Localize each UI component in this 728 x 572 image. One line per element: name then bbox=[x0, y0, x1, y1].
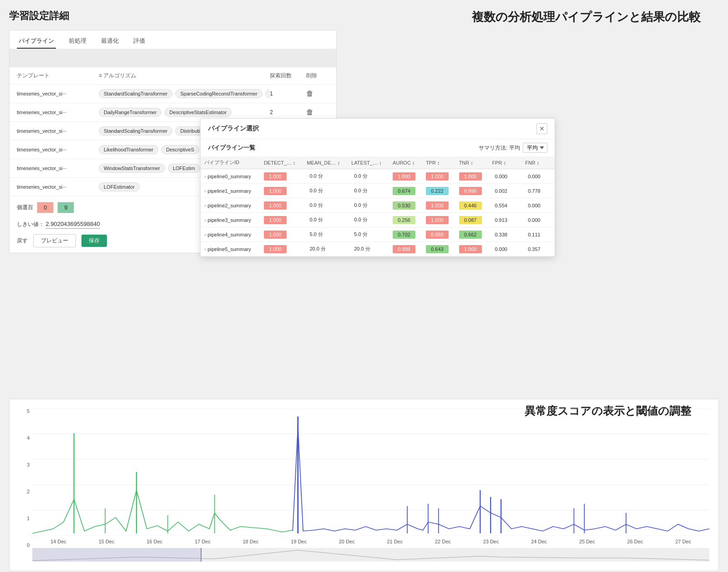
pipeline-cell: 0.0 分 bbox=[303, 184, 348, 198]
col-header-auroc[interactable]: AUROC ↕ bbox=[389, 156, 422, 169]
chart-area: 異常度スコアの表示と閾値の調整 5 4 3 2 1 0 bbox=[9, 399, 719, 571]
pipeline-cell: 0.0 分 bbox=[348, 198, 389, 213]
x-label: 23 Dec bbox=[483, 539, 499, 544]
pipeline-cell: 0.357 bbox=[521, 242, 555, 256]
tab-bar: パイプライン 前処理 最適化 評価 bbox=[10, 30, 336, 49]
col-header-detect[interactable]: DETECT_… ↕ bbox=[260, 156, 303, 169]
pipeline-cell: 20.0 分 bbox=[348, 242, 389, 256]
pipeline-cell: 1.000 bbox=[260, 213, 303, 227]
summary-label: サマリ方法: 平均 bbox=[479, 144, 520, 152]
pipeline-cell: 1.000 bbox=[422, 169, 455, 184]
pipeline-cell: 0.256 bbox=[389, 213, 422, 227]
pipeline-id[interactable]: ›pipeline1_summary bbox=[201, 184, 260, 198]
template-name: timeseries_vector_si··· bbox=[17, 128, 99, 134]
tab-optimization[interactable]: 最適化 bbox=[99, 34, 121, 49]
col-header-tpr[interactable]: TPR ↕ bbox=[422, 156, 455, 169]
y-label-3: 3 bbox=[19, 462, 30, 467]
pipeline-cell: 0.998 bbox=[455, 184, 489, 198]
tab-evaluation[interactable]: 評価 bbox=[131, 34, 147, 49]
mini-chart[interactable] bbox=[32, 548, 709, 562]
algorithm-list: StandardScalingTransformer SparseCodingR… bbox=[99, 89, 270, 98]
pipeline-row[interactable]: ›pipeline4_summary1.0005.0 分5.0 分0.7020.… bbox=[201, 227, 555, 242]
x-label: 21 Dec bbox=[387, 539, 403, 544]
delete-button[interactable]: 🗑 bbox=[306, 90, 329, 98]
pipeline-cell: 1.000 bbox=[260, 169, 303, 184]
pipeline-id[interactable]: ›pipeline2_summary bbox=[201, 198, 260, 213]
pipeline-id[interactable]: ›pipeline0_summary bbox=[201, 169, 260, 184]
algo-tag: Descript bbox=[265, 89, 270, 98]
save-button[interactable]: 保存 bbox=[81, 235, 107, 247]
pipeline-cell: 1.000 bbox=[260, 242, 303, 256]
x-axis-labels: 14 Dec 15 Dec 16 Dec 17 Dec 18 Dec 19 De… bbox=[32, 539, 709, 544]
x-label: 25 Dec bbox=[579, 539, 595, 544]
heading-right: 複数の分析処理パイプラインと結果の比較 bbox=[472, 9, 701, 25]
main-chart bbox=[32, 408, 709, 536]
pipeline-cell: 0.000 bbox=[521, 169, 555, 184]
pipeline-row[interactable]: ›pipeline2_summary1.0000.0 分0.0 分0.5301.… bbox=[201, 198, 555, 213]
pipeline-cell: 5.0 分 bbox=[303, 227, 348, 242]
col-header-meande[interactable]: MEAN_DE… ↕ bbox=[303, 156, 348, 169]
x-label: 17 Dec bbox=[195, 539, 211, 544]
pipeline-cell: 1.000 bbox=[260, 184, 303, 198]
pipeline-cell: 1.000 bbox=[422, 198, 455, 213]
threshold-label: しきい値： bbox=[17, 221, 44, 227]
algorithm-list: DailyRangeTransformer DescriptiveStatsEs… bbox=[99, 108, 270, 117]
y-label-2: 2 bbox=[19, 489, 30, 494]
pipeline-cell: 0.000 bbox=[521, 213, 555, 227]
x-label: 22 Dec bbox=[435, 539, 451, 544]
pipeline-id[interactable]: ›pipeline4_summary bbox=[201, 227, 260, 242]
back-button[interactable]: 戻す bbox=[17, 237, 28, 245]
table-row[interactable]: timeseries_vector_si··· StandardScalingT… bbox=[10, 85, 336, 103]
pipeline-row[interactable]: ›pipeline0_summary1.0000.0 分0.0 分1.0001.… bbox=[201, 169, 555, 184]
threshold-value: 2.902043695598840 bbox=[46, 221, 100, 229]
pipeline-id[interactable]: ›pipeline5_summary bbox=[201, 242, 260, 256]
pipeline-cell: 0.111 bbox=[521, 227, 555, 242]
col-header-fnr[interactable]: FNR ↕ bbox=[521, 156, 555, 169]
pipeline-cell: 1.000 bbox=[260, 198, 303, 213]
pipeline-cell: 0.988 bbox=[389, 242, 422, 256]
pipeline-row[interactable]: ›pipeline1_summary1.0000.0 分0.0 分0.6740.… bbox=[201, 184, 555, 198]
table-header: テンプレート ≡ アルゴリズム 探索回数 削除 bbox=[10, 67, 336, 85]
pipeline-cell: 0.0 分 bbox=[303, 213, 348, 227]
counter-label: 個選百 bbox=[17, 204, 33, 211]
pipeline-comparison-table: パイプラインID DETECT_… ↕ MEAN_DE… ↕ LATEST_… … bbox=[201, 156, 555, 256]
y-label-1: 1 bbox=[19, 516, 30, 521]
count-value: 2 bbox=[270, 109, 306, 115]
template-name: timeseries_vector_si··· bbox=[17, 166, 99, 171]
tab-preprocessing[interactable]: 前処理 bbox=[67, 34, 88, 49]
algo-tag: StandardScalingTransformer bbox=[99, 89, 172, 98]
x-label: 16 Dec bbox=[147, 539, 162, 544]
pipeline-cell: 0.222 bbox=[422, 184, 455, 198]
x-label: 27 Dec bbox=[675, 539, 691, 544]
x-label: 26 Dec bbox=[627, 539, 643, 544]
summary-select[interactable]: 平均 最大 最小 bbox=[523, 143, 547, 153]
preview-button[interactable]: プレビュー bbox=[33, 234, 76, 247]
y-label-0: 0 bbox=[19, 542, 30, 548]
delete-button[interactable]: 🗑 bbox=[306, 108, 329, 116]
pipeline-cell: 0.0 分 bbox=[348, 169, 389, 184]
algo-tag: StandardScalingTransformer bbox=[99, 126, 172, 135]
pipeline-cell: 0.0 分 bbox=[348, 213, 389, 227]
pipeline-id[interactable]: ›pipeline3_summary bbox=[201, 213, 260, 227]
pipeline-cell: 1.000 bbox=[260, 227, 303, 242]
col-header-tnr[interactable]: TNR ↕ bbox=[455, 156, 489, 169]
pipeline-cell: 0.0 分 bbox=[348, 184, 389, 198]
pipeline-cell: 0.000 bbox=[521, 198, 555, 213]
pipeline-row[interactable]: ›pipeline5_summary1.00020.0 分20.0 分0.988… bbox=[201, 242, 555, 256]
header-algorithm: ≡ アルゴリズム bbox=[99, 72, 270, 80]
pipeline-row[interactable]: ›pipeline3_summary1.0000.0 分0.0 分0.2561.… bbox=[201, 213, 555, 227]
algo-tag: DescriptiveS bbox=[161, 145, 199, 154]
col-header-fpr[interactable]: FPR ↕ bbox=[488, 156, 521, 169]
close-button[interactable]: × bbox=[536, 123, 547, 134]
pipeline-cell: 0.000 bbox=[488, 242, 521, 256]
pipeline-cell: 5.0 分 bbox=[348, 227, 389, 242]
x-label: 18 Dec bbox=[243, 539, 259, 544]
popup-header: パイプライン選択 × bbox=[201, 119, 555, 139]
header-count: 探索回数 bbox=[270, 72, 306, 80]
pipeline-cell: 0.446 bbox=[455, 198, 489, 213]
counter-val1: 0 bbox=[37, 202, 54, 213]
col-header-latest[interactable]: LATEST_… ↕ bbox=[348, 156, 389, 169]
tab-pipeline[interactable]: パイプライン bbox=[17, 34, 56, 49]
pipeline-cell: 1.000 bbox=[389, 169, 422, 184]
pipeline-cell: 1.000 bbox=[422, 213, 455, 227]
